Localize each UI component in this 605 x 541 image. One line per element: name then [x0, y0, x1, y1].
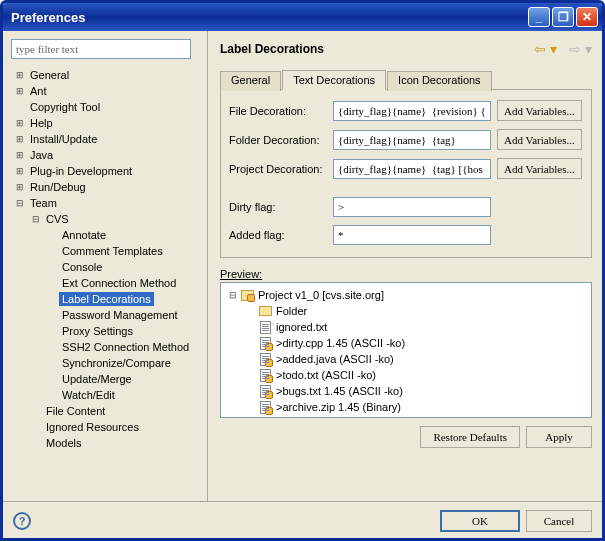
tab-icon-decorations[interactable]: Icon Decorations — [387, 71, 492, 91]
tree-item-label: Label Decorations — [59, 292, 154, 306]
preview-row: >todo.txt (ASCII -ko) — [223, 367, 589, 383]
tree-item-synchronize-compare[interactable]: Synchronize/Compare — [11, 355, 201, 371]
tree-item-label: Help — [27, 116, 56, 130]
tree-item-label: CVS — [43, 212, 72, 226]
preference-tree[interactable]: ⊞General⊞AntCopyright Tool⊞Help⊞Install/… — [11, 65, 201, 495]
filter-input[interactable] — [11, 39, 191, 59]
file-cvs-icon — [257, 336, 273, 350]
preview-text: >added.java (ASCII -ko) — [276, 353, 394, 365]
add-variables-project-button[interactable]: Add Variables... — [497, 158, 582, 179]
forward-icon: ⇨ ▾ — [569, 41, 592, 57]
expand-icon[interactable]: ⊞ — [13, 70, 27, 80]
add-variables-folder-button[interactable]: Add Variables... — [497, 129, 582, 150]
main-panel: Label Decorations ⇦ ▾ ⇨ ▾ General Text D… — [208, 31, 602, 501]
tree-item-label: Watch/Edit — [59, 388, 118, 402]
tree-item-console[interactable]: Console — [11, 259, 201, 275]
tree-item-file-content[interactable]: File Content — [11, 403, 201, 419]
cancel-button[interactable]: Cancel — [526, 510, 592, 532]
tree-item-annotate[interactable]: Annotate — [11, 227, 201, 243]
preview-text: Folder — [276, 305, 307, 317]
folder-decoration-label: Folder Decoration: — [229, 134, 333, 146]
tree-item-label: Ignored Resources — [43, 420, 142, 434]
preview-row: >archive.zip 1.45 (Binary) — [223, 399, 589, 415]
restore-defaults-button[interactable]: Restore Defaults — [420, 426, 520, 448]
sidebar: ⊞General⊞AntCopyright Tool⊞Help⊞Install/… — [3, 31, 208, 501]
tree-item-label: Java — [27, 148, 56, 162]
project-decoration-label: Project Decoration: — [229, 163, 333, 175]
tree-item-label: Copyright Tool — [27, 100, 103, 114]
minimize-button[interactable]: _ — [528, 7, 550, 27]
file-icon — [257, 320, 273, 334]
back-icon[interactable]: ⇦ ▾ — [534, 41, 557, 57]
preview-text: ignored.txt — [276, 321, 327, 333]
tree-item-general[interactable]: ⊞General — [11, 67, 201, 83]
window-buttons: _ ❐ ✕ — [528, 7, 598, 27]
tree-item-cvs[interactable]: ⊟CVS — [11, 211, 201, 227]
tree-item-proxy-settings[interactable]: Proxy Settings — [11, 323, 201, 339]
preview-label: Preview: — [220, 268, 592, 280]
add-variables-file-button[interactable]: Add Variables... — [497, 100, 582, 121]
tab-text-decorations[interactable]: Text Decorations — [282, 70, 386, 90]
dirty-flag-label: Dirty flag: — [229, 201, 333, 213]
project-icon — [239, 288, 255, 302]
maximize-button[interactable]: ❐ — [552, 7, 574, 27]
expand-icon[interactable]: ⊞ — [13, 134, 27, 144]
tree-item-ssh2-connection-method[interactable]: SSH2 Connection Method — [11, 339, 201, 355]
tree-item-label: Models — [43, 436, 84, 450]
tree-item-password-management[interactable]: Password Management — [11, 307, 201, 323]
tree-item-run-debug[interactable]: ⊞Run/Debug — [11, 179, 201, 195]
tree-item-install-update[interactable]: ⊞Install/Update — [11, 131, 201, 147]
apply-button[interactable]: Apply — [526, 426, 592, 448]
tree-item-copyright-tool[interactable]: Copyright Tool — [11, 99, 201, 115]
file-cvs-icon — [257, 400, 273, 414]
dirty-flag-input[interactable] — [333, 197, 491, 217]
close-button[interactable]: ✕ — [576, 7, 598, 27]
preview-row: >dirty.cpp 1.45 (ASCII -ko) — [223, 335, 589, 351]
tree-item-team[interactable]: ⊟Team — [11, 195, 201, 211]
tree-item-label: Ant — [27, 84, 50, 98]
tree-item-label-decorations[interactable]: Label Decorations — [11, 291, 201, 307]
tree-item-models[interactable]: Models — [11, 435, 201, 451]
tree-item-label: SSH2 Connection Method — [59, 340, 192, 354]
preview-row: >bugs.txt 1.45 (ASCII -ko) — [223, 383, 589, 399]
tree-item-watch-edit[interactable]: Watch/Edit — [11, 387, 201, 403]
content: ⊞General⊞AntCopyright Tool⊞Help⊞Install/… — [3, 31, 602, 501]
preview-text: >todo.txt (ASCII -ko) — [276, 369, 376, 381]
preview-text: >dirty.cpp 1.45 (ASCII -ko) — [276, 337, 405, 349]
expand-icon[interactable]: ⊞ — [13, 86, 27, 96]
expand-icon[interactable]: ⊞ — [13, 150, 27, 160]
tab-general[interactable]: General — [220, 71, 281, 91]
preview-row: Folder — [223, 303, 589, 319]
folder-decoration-input[interactable] — [333, 130, 491, 150]
preview-text: >archive.zip 1.45 (Binary) — [276, 401, 401, 413]
collapse-icon[interactable]: ⊟ — [29, 214, 43, 224]
tree-item-label: Update/Merge — [59, 372, 135, 386]
ok-button[interactable]: OK — [440, 510, 520, 532]
help-icon[interactable]: ? — [13, 512, 31, 530]
preview-text: Project v1_0 [cvs.site.org] — [258, 289, 384, 301]
collapse-icon: ⊟ — [227, 290, 239, 300]
tree-item-ant[interactable]: ⊞Ant — [11, 83, 201, 99]
tree-item-help[interactable]: ⊞Help — [11, 115, 201, 131]
tree-item-comment-templates[interactable]: Comment Templates — [11, 243, 201, 259]
text-decorations-form: File Decoration: Add Variables... Folder… — [220, 90, 592, 258]
titlebar: Preferences _ ❐ ✕ — [3, 3, 602, 31]
expand-icon[interactable]: ⊞ — [13, 182, 27, 192]
expand-icon[interactable]: ⊞ — [13, 118, 27, 128]
project-decoration-input[interactable] — [333, 159, 491, 179]
tree-item-plug-in-development[interactable]: ⊞Plug-in Development — [11, 163, 201, 179]
tree-item-label: Run/Debug — [27, 180, 89, 194]
tree-item-label: Annotate — [59, 228, 109, 242]
file-decoration-input[interactable] — [333, 101, 491, 121]
tree-item-ext-connection-method[interactable]: Ext Connection Method — [11, 275, 201, 291]
file-cvs-icon — [257, 368, 273, 382]
folder-icon — [257, 304, 273, 318]
tree-item-update-merge[interactable]: Update/Merge — [11, 371, 201, 387]
expand-icon[interactable]: ⊞ — [13, 166, 27, 176]
tree-item-java[interactable]: ⊞Java — [11, 147, 201, 163]
tree-item-label: File Content — [43, 404, 108, 418]
tree-item-ignored-resources[interactable]: Ignored Resources — [11, 419, 201, 435]
added-flag-input[interactable] — [333, 225, 491, 245]
collapse-icon[interactable]: ⊟ — [13, 198, 27, 208]
tree-item-label: Synchronize/Compare — [59, 356, 174, 370]
